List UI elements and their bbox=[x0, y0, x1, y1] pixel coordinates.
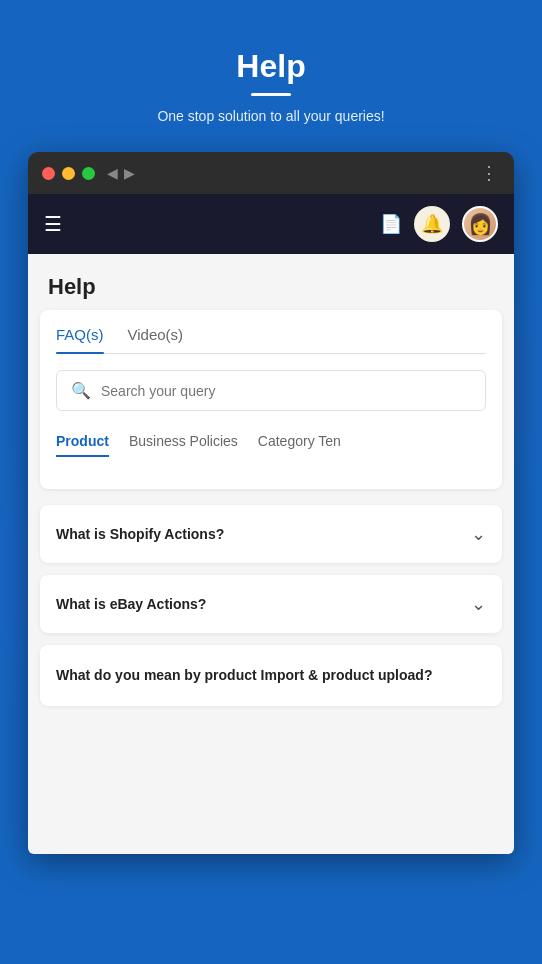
document-icon: 📄 bbox=[380, 213, 402, 235]
hero-subtitle: One stop solution to all your queries! bbox=[20, 108, 522, 124]
tab-faqs[interactable]: FAQ(s) bbox=[56, 326, 104, 353]
category-tabs: Product Business Policies Category Ten bbox=[56, 427, 486, 457]
faq-item-3[interactable]: What do you mean by product Import & pro… bbox=[40, 645, 502, 706]
search-bar: 🔍 bbox=[56, 370, 486, 411]
navbar-right: 📄 🔔 👩 bbox=[380, 206, 498, 242]
page-title: Help bbox=[48, 274, 494, 300]
nav-forward-button[interactable]: ▶ bbox=[124, 165, 135, 181]
notification-bell-button[interactable]: 🔔 bbox=[414, 206, 450, 242]
chevron-down-icon-2: ⌄ bbox=[471, 593, 486, 615]
traffic-lights bbox=[42, 167, 95, 180]
browser-nav: ◀ ▶ bbox=[107, 165, 135, 181]
hamburger-icon[interactable]: ☰ bbox=[44, 212, 62, 236]
browser-window: ◀ ▶ ⋮ ☰ 📄 🔔 👩 Help FAQ(s) bbox=[28, 152, 514, 854]
bell-icon: 🔔 bbox=[421, 213, 443, 235]
app-navbar: ☰ 📄 🔔 👩 bbox=[28, 194, 514, 254]
nav-back-button[interactable]: ◀ bbox=[107, 165, 118, 181]
faq-item-2[interactable]: What is eBay Actions? ⌄ bbox=[40, 575, 502, 633]
browser-menu-icon[interactable]: ⋮ bbox=[480, 162, 500, 184]
top-tab-row: FAQ(s) Video(s) bbox=[56, 326, 486, 354]
faq-question-1: What is Shopify Actions? bbox=[56, 526, 471, 542]
faq-question-2: What is eBay Actions? bbox=[56, 596, 471, 612]
page-content: Help FAQ(s) Video(s) 🔍 Product Business … bbox=[28, 254, 514, 854]
search-input[interactable] bbox=[101, 383, 471, 399]
chevron-down-icon-1: ⌄ bbox=[471, 523, 486, 545]
cat-tab-category-ten[interactable]: Category Ten bbox=[258, 427, 341, 457]
hero-title: Help bbox=[20, 48, 522, 85]
cat-tab-business-policies[interactable]: Business Policies bbox=[129, 427, 238, 457]
search-icon: 🔍 bbox=[71, 381, 91, 400]
traffic-dot-yellow[interactable] bbox=[62, 167, 75, 180]
page-header: Help bbox=[28, 254, 514, 310]
tab-videos[interactable]: Video(s) bbox=[128, 326, 184, 353]
faq-question-3: What do you mean by product Import & pro… bbox=[56, 667, 432, 683]
browser-titlebar: ◀ ▶ ⋮ bbox=[28, 152, 514, 194]
main-card: FAQ(s) Video(s) 🔍 Product Business Polic… bbox=[40, 310, 502, 489]
traffic-dot-red[interactable] bbox=[42, 167, 55, 180]
avatar-emoji: 👩 bbox=[468, 212, 493, 236]
traffic-dot-green[interactable] bbox=[82, 167, 95, 180]
hero-underline bbox=[251, 93, 291, 96]
faq-item-1[interactable]: What is Shopify Actions? ⌄ bbox=[40, 505, 502, 563]
hero-section: Help One stop solution to all your queri… bbox=[0, 0, 542, 152]
avatar[interactable]: 👩 bbox=[462, 206, 498, 242]
cat-tab-product[interactable]: Product bbox=[56, 427, 109, 457]
